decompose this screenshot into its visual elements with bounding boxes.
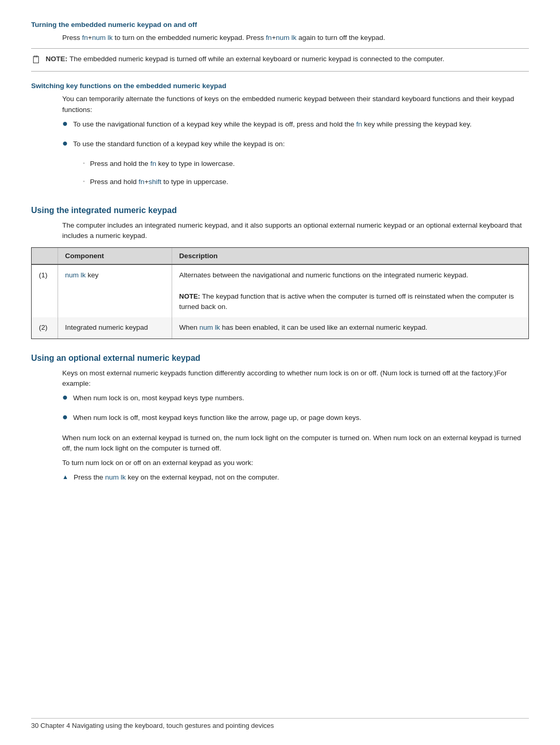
table-cell-desc-2: When num lk has been enabled, it can be … xyxy=(172,317,528,338)
table-col-description-header: Description xyxy=(172,248,528,264)
fn-link-3[interactable]: fn xyxy=(356,120,362,128)
note-content: NOTE: The embedded numeric keypad is tur… xyxy=(46,54,444,64)
ext-bullet-text-1: When num lock is on, most keypad keys ty… xyxy=(73,393,244,403)
switching-intro: You can temporarily alternate the functi… xyxy=(62,94,529,115)
integrated-section: Using the integrated numeric keypad The … xyxy=(31,206,529,339)
ext-triangle-bullet: ▲ Press the num lk key on the external k… xyxy=(62,472,529,487)
ext-bullet-item-2: ● When num lock is off, most keypad keys… xyxy=(62,413,529,427)
footer-content: 30 Chapter 4 Navigating using the keyboa… xyxy=(31,718,529,729)
ext-bullet-item-1: ● When num lock is on, most keypad keys … xyxy=(62,393,529,407)
ext-bullet-text-2: When num lock is off, most keypad keys f… xyxy=(73,413,361,423)
external-heading: Using an optional external numeric keypa… xyxy=(31,354,529,363)
external-section: Using an optional external numeric keypa… xyxy=(31,354,529,487)
bullet-item-1: ● To use the navigational function of a … xyxy=(62,119,529,134)
integrated-table: Component Description (1) num lk key Alt… xyxy=(31,247,529,339)
table-col-num-header xyxy=(32,248,58,264)
sub-bullet-text-2: Press and hold fn+shift to type in upper… xyxy=(90,177,229,187)
integrated-heading: Using the integrated numeric keypad xyxy=(31,206,529,215)
fn-link-1[interactable]: fn xyxy=(82,34,88,41)
table-note-label: NOTE: xyxy=(179,292,200,300)
external-body1: Keys on most external numeric keypads fu… xyxy=(62,368,529,389)
fn-link-4[interactable]: fn xyxy=(150,160,156,167)
table-cell-component-1: num lk key xyxy=(58,264,172,317)
ext-triangle-text: Press the num lk key on the external key… xyxy=(74,472,279,483)
table-cell-num-1: (1) xyxy=(32,264,58,317)
note-box: 🗒 NOTE: The embedded numeric keypad is t… xyxy=(31,48,529,72)
numlk-link-1[interactable]: num lk xyxy=(92,34,113,41)
table-row-1: (1) num lk key Alternates between the na… xyxy=(32,264,528,317)
switching-heading: Switching key functions on the embedded … xyxy=(31,82,529,90)
note-icon: 🗒 xyxy=(31,54,41,66)
numlk-link-ext[interactable]: num lk xyxy=(105,473,126,481)
bullet-dot-2: ● xyxy=(62,138,68,149)
page-number: 30 Chapter 4 Navigating using the keyboa… xyxy=(31,722,274,729)
sub-bullet-dot-2: ◦ xyxy=(83,178,85,184)
sub-bullet-item-1: ◦ Press and hold the fn key to type in l… xyxy=(83,159,529,173)
bullet-text-2: To use the standard function of a keypad… xyxy=(73,139,285,149)
numlk-link-2[interactable]: num lk xyxy=(276,34,297,41)
numlk-link-table-2[interactable]: num lk xyxy=(200,324,220,331)
table-header: Component Description xyxy=(32,248,528,264)
fn-link-2[interactable]: fn xyxy=(266,34,272,41)
table-cell-desc-1: Alternates between the navigational and … xyxy=(172,264,528,317)
turning-heading: Turning the embedded numeric keypad on a… xyxy=(31,21,529,29)
table-cell-component-2: Integrated numeric keypad xyxy=(58,317,172,338)
sub-bullet-dot-1: ◦ xyxy=(83,160,85,166)
table-col-component-header: Component xyxy=(58,248,172,264)
bullet-dot-1: ● xyxy=(62,118,68,129)
bullet-item-2: ● To use the standard function of a keyp… xyxy=(62,139,529,153)
shift-link[interactable]: shift xyxy=(149,178,162,186)
bullet-text-1: To use the navigational function of a ke… xyxy=(73,119,472,130)
keypad-table: Component Description (1) num lk key Alt… xyxy=(32,248,528,338)
integrated-body: The computer includes an integrated nume… xyxy=(62,220,529,242)
numlk-link-table[interactable]: num lk xyxy=(65,271,86,279)
external-body3: To turn num lock on or off on an externa… xyxy=(62,458,529,468)
sub-bullet-text-1: Press and hold the fn key to type in low… xyxy=(90,159,235,169)
ext-bullet-dot-1: ● xyxy=(62,392,68,403)
ext-bullet-dot-2: ● xyxy=(62,412,68,423)
table-row-2: (2) Integrated numeric keypad When num l… xyxy=(32,317,528,338)
note-label: NOTE: xyxy=(46,55,67,63)
turning-body: Press fn+num lk to turn on the embedded … xyxy=(62,33,529,43)
sub-bullet-item-2: ◦ Press and hold fn+shift to type in upp… xyxy=(83,177,529,191)
turning-section: Turning the embedded numeric keypad on a… xyxy=(31,21,529,43)
table-note-text: The keypad function that is active when … xyxy=(179,292,514,311)
fn-link-5[interactable]: fn xyxy=(138,178,144,186)
note-text: The embedded numeric keypad is turned of… xyxy=(69,55,444,63)
page-footer: 30 Chapter 4 Navigating using the keyboa… xyxy=(31,718,529,729)
switching-section: Switching key functions on the embedded … xyxy=(31,82,529,191)
external-body2: When num lock on an external keypad is t… xyxy=(62,433,529,454)
table-cell-num-2: (2) xyxy=(32,317,58,338)
triangle-icon: ▲ xyxy=(62,473,68,481)
